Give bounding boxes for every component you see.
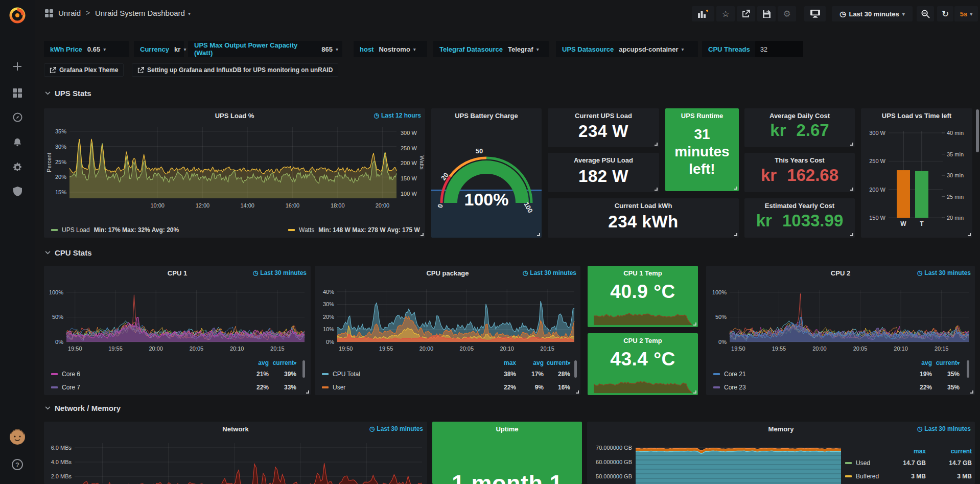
svg-text:Watts: Watts <box>419 155 425 170</box>
panel-resize-handle[interactable] <box>850 143 853 146</box>
panel-resize-handle[interactable] <box>734 233 737 236</box>
svg-text:300 W: 300 W <box>869 130 885 136</box>
panel-estimated-yearly-cost: Estimated Yearly Cost kr1033.99 <box>744 198 855 238</box>
panel-resize-handle[interactable] <box>576 390 579 394</box>
panel-title[interactable]: CPU 1 Temp <box>588 269 698 277</box>
section-network-memory[interactable]: Network / Memory <box>45 404 121 412</box>
dashboard-caret-icon[interactable]: ▾ <box>188 11 195 16</box>
svg-text:19:55: 19:55 <box>108 345 123 352</box>
svg-text:35%: 35% <box>55 128 66 134</box>
svg-text:25%: 25% <box>55 159 66 165</box>
panel-title[interactable]: Current Load kWh <box>548 202 739 210</box>
svg-text:10%: 10% <box>323 326 334 332</box>
panel-resize-handle[interactable] <box>537 233 540 236</box>
legend-scrollbar[interactable] <box>967 360 969 378</box>
cpu1-chart[interactable]: 0%50%100%19:5019:5520:0020:0520:1020:15 <box>44 266 311 355</box>
panel-title[interactable]: UPS Runtime <box>665 112 739 120</box>
panel-title[interactable]: Average PSU Load <box>548 156 659 164</box>
legend-header-current[interactable]: current▾ <box>706 359 960 366</box>
link-grafana-plex-theme[interactable]: Grafana Plex Theme <box>44 63 124 77</box>
admin-shield-icon[interactable] <box>0 182 35 200</box>
panel-resize-handle[interactable] <box>655 143 658 146</box>
save-icon[interactable] <box>757 6 776 21</box>
variable-currency[interactable]: Currency kr ▾ <box>134 41 184 57</box>
caret-down-icon: ▾ <box>536 47 543 52</box>
configuration-gear-icon[interactable] <box>0 158 35 176</box>
help-icon[interactable]: ? <box>0 456 35 473</box>
caret-down-icon: ▾ <box>681 47 688 52</box>
refresh-interval-picker[interactable]: 5s ▾ <box>954 6 978 21</box>
panel-ups-battery-gauge: UPS Battery Charge 50200100100% <box>431 108 542 238</box>
page-scrollbar[interactable] <box>976 109 979 152</box>
apps-grid-icon[interactable] <box>45 9 53 19</box>
legend-current: 14.7 GB <box>587 459 972 467</box>
dashboards-grid-icon[interactable] <box>0 84 35 102</box>
add-panel-button[interactable] <box>692 6 714 21</box>
panel-resize-handle[interactable] <box>970 390 973 394</box>
alerting-bell-icon[interactable] <box>0 133 35 151</box>
stat-value: 1 month 1 <box>432 470 582 484</box>
panel-title[interactable]: Estimated Yearly Cost <box>744 202 855 210</box>
panel-resize-handle[interactable] <box>850 233 853 236</box>
cpu-package-chart[interactable]: 0%10%20%30%40%19:5019:5520:0020:0520:102… <box>315 266 580 355</box>
svg-text:10:00: 10:00 <box>150 202 165 209</box>
variable-host[interactable]: host Nostromo ▾ <box>354 41 427 57</box>
legend-item-ups-load[interactable]: UPS Load Min: 17% Max: 32% Avg: 20% <box>51 226 179 234</box>
panel-title[interactable]: Average Daily Cost <box>744 112 855 120</box>
refresh-icon[interactable]: ↻ <box>937 6 953 21</box>
cycle-view-monitor-icon[interactable] <box>804 6 826 21</box>
legend-scrollbar[interactable] <box>302 360 305 378</box>
network-chart[interactable]: 6.0 MBs4.0 MBs2.0 MBs <box>44 422 427 484</box>
legend-header-current[interactable]: current▾ <box>315 359 570 366</box>
legend-header-current[interactable]: current▾ <box>44 359 296 366</box>
ups-load-vs-time-chart[interactable]: 150 W200 W250 W300 W20 min25 min30 min35… <box>861 108 972 238</box>
link-ups-monitoring-guide[interactable]: Setting up Grafana and InfluxDB for UPS … <box>132 63 338 77</box>
star-icon[interactable]: ☆ <box>716 6 735 21</box>
svg-text:20 min: 20 min <box>947 215 964 221</box>
variable-kwh-price[interactable]: kWh Price 0.65 ▾ <box>44 41 129 57</box>
create-plus-icon[interactable] <box>0 58 35 75</box>
panel-this-years-cost: This Years Cost kr162.68 <box>744 153 855 192</box>
variable-label: UPS Max Output Power Capacity (Watt) <box>188 41 321 57</box>
variable-telegraf-datasource[interactable]: Telegraf Datasource Telegraf ▾ <box>433 41 549 57</box>
panel-resize-handle[interactable] <box>850 188 853 191</box>
panel-resize-handle[interactable] <box>968 233 971 236</box>
cpu-threads-input[interactable]: 32 <box>755 41 803 57</box>
grafana-logo[interactable] <box>0 4 35 27</box>
panel-title[interactable]: CPU 2 Temp <box>588 337 698 344</box>
panel-title[interactable]: Current UPS Load <box>548 112 659 120</box>
panel-resize-handle[interactable] <box>734 187 737 190</box>
external-link-icon <box>50 67 56 74</box>
panel-title[interactable]: This Years Cost <box>744 156 855 164</box>
ups-load-chart[interactable]: 15%20%25%30%35%100 W150 W200 W250 W300 W… <box>44 108 425 223</box>
svg-text:30%: 30% <box>55 144 66 150</box>
svg-text:4.0 MBs: 4.0 MBs <box>51 459 72 465</box>
legend-item-watts[interactable]: Watts Min: 148 W Max: 278 W Avg: 175 W <box>288 226 420 234</box>
svg-text:20:10: 20:10 <box>894 345 908 352</box>
variable-ups-datasource[interactable]: UPS Datasource apcupsd-container ▾ <box>556 41 698 57</box>
panel-title[interactable]: Uptime <box>432 425 582 433</box>
variable-cpu-threads[interactable]: CPU Threads 32 <box>702 41 803 57</box>
cpu2-chart[interactable]: 0%50%100%19:5019:5520:0020:0520:1020:15 <box>706 266 975 355</box>
zoom-out-icon[interactable] <box>917 6 934 21</box>
breadcrumb-folder[interactable]: Unraid <box>58 9 81 17</box>
user-avatar[interactable] <box>0 428 35 446</box>
panel-resize-handle[interactable] <box>693 322 696 326</box>
time-range-picker[interactable]: ◷ Last 30 minutes ▾ <box>832 6 913 21</box>
section-ups-stats[interactable]: UPS Stats <box>45 89 91 98</box>
panel-resize-handle[interactable] <box>655 188 658 191</box>
legend-scrollbar[interactable] <box>574 360 577 378</box>
svg-text:20:00: 20:00 <box>149 345 163 352</box>
variable-ups-max-output[interactable]: UPS Max Output Power Capacity (Watt) 865… <box>188 41 342 57</box>
section-cpu-stats[interactable]: CPU Stats <box>45 248 92 257</box>
panel-resize-handle[interactable] <box>306 390 309 394</box>
panel-resize-handle[interactable] <box>693 390 696 394</box>
ups-battery-gauge[interactable]: 50200100100% <box>431 108 542 238</box>
panel-resize-handle[interactable] <box>421 233 424 236</box>
svg-text:40 min: 40 min <box>947 130 964 136</box>
explore-compass-icon[interactable] <box>0 108 35 126</box>
breadcrumb-title[interactable]: Unraid System Dashboard <box>95 9 185 17</box>
share-icon[interactable] <box>737 6 755 21</box>
legend-header-current[interactable]: current <box>587 448 972 455</box>
settings-gear-icon[interactable]: ⚙ <box>778 6 796 21</box>
